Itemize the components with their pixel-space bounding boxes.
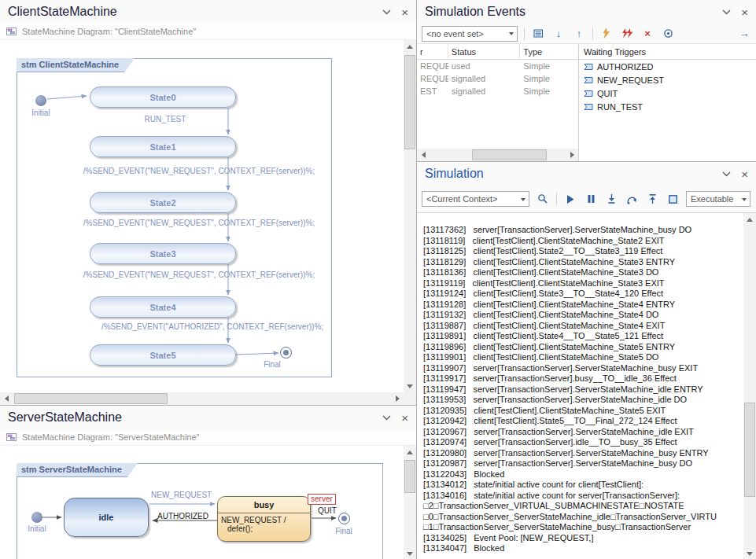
waiting-trigger-label: NEW_REQUEST: [597, 75, 664, 85]
client-state-State0[interactable]: State0: [90, 86, 236, 108]
combo-arrow-icon[interactable]: [517, 192, 529, 206]
waiting-trigger-item[interactable]: RUN_TEST: [579, 100, 756, 113]
scroll-up-button[interactable]: [404, 446, 416, 458]
double-lightning-icon[interactable]: [620, 27, 634, 41]
client-state-State2[interactable]: State2: [90, 192, 236, 213]
event-status-cell: signalled: [448, 72, 521, 85]
step-over-icon[interactable]: [625, 192, 639, 206]
search-icon[interactable]: [536, 192, 550, 206]
play-icon[interactable]: [563, 192, 577, 206]
waiting-trigger-item[interactable]: NEW_REQUEST: [579, 73, 756, 86]
server-vertical-scrollbar[interactable]: [404, 446, 416, 559]
scroll-down-button[interactable]: [404, 547, 416, 559]
client-statemachine-panel: ClientStateMachine × StateMachine Diagra…: [0, 0, 416, 405]
scroll-down-button[interactable]: [743, 547, 756, 559]
log-line: [13118119] client[TestClient].ClientStat…: [423, 236, 743, 247]
busy-state-internal-transitions: NEW_REQUEST / defer();: [218, 513, 310, 533]
client-state-State1[interactable]: State1: [90, 136, 236, 157]
client-panel-close-icon[interactable]: ×: [401, 6, 408, 18]
server-state-idle[interactable]: idle: [64, 498, 149, 537]
executable-combo[interactable]: Executable: [686, 191, 750, 207]
simulation-vertical-scrollbar[interactable]: [743, 213, 756, 559]
events-panel-titlebar: Simulation Events ×: [417, 0, 756, 24]
step-into-icon[interactable]: [604, 192, 618, 206]
event-row[interactable]: ESTsignalledSimple: [417, 85, 578, 97]
trigger-icon: [584, 62, 593, 72]
target-icon[interactable]: [661, 27, 675, 41]
client-initial-node[interactable]: [35, 95, 46, 106]
scroll-thumb[interactable]: [404, 460, 415, 493]
simulation-toolbar: <Current Context>: [417, 186, 756, 212]
log-line: [13117362] server[TransactionServer].Ser…: [423, 225, 743, 236]
client-final-label: Final: [256, 360, 288, 369]
scroll-up-button[interactable]: [743, 213, 756, 226]
server-diagram-canvas[interactable]: stm ServerStateMachine Initial: [0, 446, 404, 559]
client-panel-chevron-down-icon[interactable]: [382, 9, 391, 15]
server-initial-node[interactable]: [31, 512, 42, 523]
server-panel-titlebar: ServerStateMachine ×: [0, 406, 416, 429]
event-row[interactable]: REQUESusedSimple: [417, 60, 578, 72]
event-row[interactable]: REQUESsignalledSimple: [417, 72, 578, 85]
overflow-arrow-icon[interactable]: →: [737, 27, 751, 41]
scroll-left-button[interactable]: [417, 149, 430, 161]
scroll-thumb[interactable]: [744, 403, 755, 497]
events-panel-close-icon[interactable]: ×: [741, 6, 748, 18]
column-header-trigger[interactable]: r: [417, 44, 448, 59]
combo-arrow-icon[interactable]: [505, 27, 517, 41]
event-set-combo[interactable]: <no event set>: [422, 26, 518, 42]
scroll-thumb[interactable]: [14, 393, 168, 404]
server-final-label: Final: [328, 527, 360, 535]
server-state-busy[interactable]: busy NEW_REQUEST / defer();: [217, 496, 311, 542]
server-panel-title: ServerStateMachine: [8, 410, 122, 425]
pause-icon[interactable]: [584, 192, 598, 206]
waiting-trigger-item[interactable]: AUTHORIZED: [579, 60, 756, 73]
scroll-right-button[interactable]: [566, 149, 578, 161]
event-rows: REQUESusedSimpleREQUESsignalledSimpleEST…: [417, 60, 578, 97]
scroll-right-button[interactable]: [391, 392, 404, 405]
server-final-node[interactable]: [338, 513, 350, 524]
waiting-trigger-label: QUIT: [597, 89, 618, 98]
client-vertical-scrollbar[interactable]: [404, 40, 416, 392]
log-line: [13134025] Event Pool: [NEW_REQUEST,]: [423, 533, 743, 544]
client-transition-label: /%SEND_EVENT("AUTHORIZED", CONTEXT_REF(s…: [101, 322, 323, 331]
simulation-panel-close-icon[interactable]: ×: [741, 168, 748, 180]
arrow-down-icon[interactable]: ↓: [551, 27, 566, 41]
events-panel-chevron-down-icon[interactable]: [722, 9, 731, 15]
server-object-tag: server: [308, 494, 336, 505]
lightning-icon[interactable]: [599, 27, 614, 41]
clear-events-icon[interactable]: ×: [640, 27, 655, 41]
server-initial-label: Initial: [21, 524, 53, 533]
column-header-type[interactable]: Type: [520, 44, 578, 59]
client-state-State4[interactable]: State4: [90, 296, 236, 318]
stop-icon[interactable]: [666, 192, 680, 206]
log-line: [13119953] server[TransactionServer].Ser…: [423, 395, 743, 406]
context-combo[interactable]: <Current Context>: [422, 191, 529, 207]
log-line: [13120980] server[TransactionServer].Ser…: [423, 448, 743, 459]
log-line: [13119891] client[TestClient].State4__TO…: [423, 331, 743, 342]
simulation-log[interactable]: [13117362] server[TransactionServer].Ser…: [417, 213, 743, 559]
step-out-icon[interactable]: [645, 192, 659, 206]
scroll-left-button[interactable]: [0, 392, 13, 405]
scroll-thumb[interactable]: [404, 55, 415, 149]
client-final-node[interactable]: [280, 347, 292, 359]
scroll-up-button[interactable]: [404, 40, 416, 53]
simulation-panel-chevron-down-icon[interactable]: [722, 171, 731, 177]
column-header-status[interactable]: Status: [448, 44, 521, 59]
arrow-up-icon[interactable]: ↑: [572, 27, 586, 41]
waiting-trigger-item[interactable]: QUIT: [579, 86, 756, 100]
client-horizontal-scrollbar[interactable]: [0, 392, 404, 405]
server-panel-chevron-down-icon[interactable]: [382, 415, 391, 421]
client-state-State3[interactable]: State3: [90, 243, 236, 264]
event-list-icon[interactable]: [531, 27, 545, 41]
log-line: [13119128] client[TestClient].ClientStat…: [423, 300, 743, 311]
log-line: □1□TransactionServer_ServerStateMachine_…: [423, 522, 743, 533]
combo-arrow-icon[interactable]: [738, 192, 750, 206]
scroll-thumb[interactable]: [472, 149, 547, 160]
log-line: [13119947] server[TransactionServer].Ser…: [423, 384, 743, 395]
client-diagram-canvas[interactable]: stm ClientStateMachine: [0, 40, 404, 392]
client-state-State5[interactable]: State5: [90, 344, 236, 366]
client-panel-title: ClientStateMachine: [8, 5, 117, 19]
events-horizontal-scrollbar[interactable]: [417, 149, 578, 161]
server-panel-close-icon[interactable]: ×: [401, 412, 408, 424]
scroll-down-button[interactable]: [404, 380, 416, 392]
